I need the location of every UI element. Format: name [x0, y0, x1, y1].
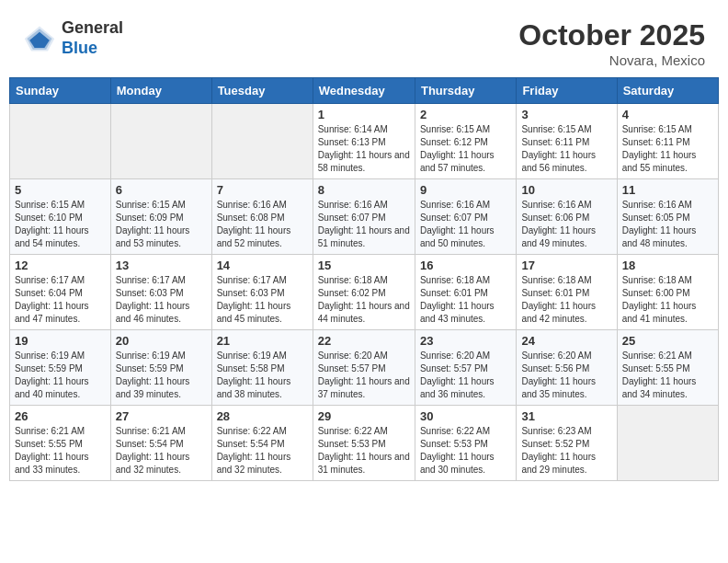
day-number: 11 — [622, 183, 713, 197]
day-number: 27 — [116, 409, 207, 423]
calendar-cell: 6Sunrise: 6:15 AM Sunset: 6:09 PM Daylig… — [110, 179, 211, 255]
day-number: 30 — [420, 409, 511, 423]
logo-blue: Blue — [62, 39, 123, 59]
calendar-cell: 5Sunrise: 6:15 AM Sunset: 6:10 PM Daylig… — [10, 179, 111, 255]
calendar-cell: 23Sunrise: 6:20 AM Sunset: 5:57 PM Dayli… — [415, 330, 516, 406]
day-number: 6 — [116, 183, 207, 197]
logo: General Blue — [23, 18, 123, 58]
day-info: Sunrise: 6:20 AM Sunset: 5:56 PM Dayligh… — [521, 350, 611, 401]
day-number: 12 — [15, 259, 106, 272]
day-number: 16 — [420, 259, 511, 272]
day-info: Sunrise: 6:21 AM Sunset: 5:54 PM Dayligh… — [116, 425, 207, 477]
calendar-cell: 16Sunrise: 6:18 AM Sunset: 6:01 PM Dayli… — [415, 255, 516, 330]
calendar-cell: 18Sunrise: 6:18 AM Sunset: 6:00 PM Dayli… — [617, 255, 718, 330]
day-info: Sunrise: 6:20 AM Sunset: 5:57 PM Dayligh… — [420, 350, 511, 401]
weekday-header: Tuesday — [211, 78, 313, 104]
day-info: Sunrise: 6:20 AM Sunset: 5:57 PM Dayligh… — [318, 350, 410, 401]
logo-general: General — [62, 18, 123, 39]
day-info: Sunrise: 6:19 AM Sunset: 5:58 PM Dayligh… — [217, 350, 308, 401]
day-number: 8 — [318, 183, 410, 197]
day-info: Sunrise: 6:16 AM Sunset: 6:07 PM Dayligh… — [420, 199, 511, 250]
day-info: Sunrise: 6:21 AM Sunset: 5:55 PM Dayligh… — [622, 350, 713, 401]
month-title: October 2025 — [518, 18, 705, 52]
calendar-cell: 29Sunrise: 6:22 AM Sunset: 5:53 PM Dayli… — [313, 406, 415, 481]
calendar-cell: 14Sunrise: 6:17 AM Sunset: 6:03 PM Dayli… — [211, 255, 313, 330]
logo-icon — [23, 22, 56, 55]
calendar-cell: 25Sunrise: 6:21 AM Sunset: 5:55 PM Dayli… — [617, 330, 718, 406]
day-info: Sunrise: 6:14 AM Sunset: 6:13 PM Dayligh… — [318, 123, 410, 175]
day-number: 23 — [420, 334, 511, 348]
day-info: Sunrise: 6:19 AM Sunset: 5:59 PM Dayligh… — [116, 350, 207, 401]
day-info: Sunrise: 6:16 AM Sunset: 6:05 PM Dayligh… — [622, 199, 713, 250]
calendar-table: SundayMondayTuesdayWednesdayThursdayFrid… — [9, 77, 719, 481]
calendar-cell — [617, 406, 718, 481]
day-number: 29 — [318, 409, 410, 423]
calendar-cell: 3Sunrise: 6:15 AM Sunset: 6:11 PM Daylig… — [517, 104, 617, 179]
calendar-cell: 20Sunrise: 6:19 AM Sunset: 5:59 PM Dayli… — [110, 330, 211, 406]
calendar-cell — [110, 104, 211, 179]
day-number: 2 — [420, 108, 511, 121]
day-info: Sunrise: 6:18 AM Sunset: 6:01 PM Dayligh… — [521, 274, 611, 326]
calendar-cell: 21Sunrise: 6:19 AM Sunset: 5:58 PM Dayli… — [211, 330, 313, 406]
day-number: 25 — [622, 334, 713, 348]
day-info: Sunrise: 6:15 AM Sunset: 6:11 PM Dayligh… — [622, 123, 713, 175]
page-header: General Blue October 2025 Novara, Mexico — [9, 9, 719, 73]
day-info: Sunrise: 6:17 AM Sunset: 6:03 PM Dayligh… — [116, 274, 207, 326]
calendar-cell: 9Sunrise: 6:16 AM Sunset: 6:07 PM Daylig… — [415, 179, 516, 255]
day-info: Sunrise: 6:16 AM Sunset: 6:06 PM Dayligh… — [521, 199, 611, 250]
day-number: 31 — [521, 409, 611, 423]
calendar-cell: 22Sunrise: 6:20 AM Sunset: 5:57 PM Dayli… — [313, 330, 415, 406]
day-number: 9 — [420, 183, 511, 197]
day-number: 3 — [521, 108, 611, 121]
day-info: Sunrise: 6:17 AM Sunset: 6:03 PM Dayligh… — [217, 274, 308, 326]
day-info: Sunrise: 6:17 AM Sunset: 6:04 PM Dayligh… — [15, 274, 106, 326]
location: Novara, Mexico — [518, 52, 705, 68]
day-number: 26 — [15, 409, 106, 423]
day-number: 20 — [116, 334, 207, 348]
calendar-cell — [211, 104, 313, 179]
calendar-cell: 4Sunrise: 6:15 AM Sunset: 6:11 PM Daylig… — [617, 104, 718, 179]
calendar-cell: 24Sunrise: 6:20 AM Sunset: 5:56 PM Dayli… — [517, 330, 617, 406]
day-number: 5 — [15, 183, 106, 197]
calendar-cell: 15Sunrise: 6:18 AM Sunset: 6:02 PM Dayli… — [313, 255, 415, 330]
day-info: Sunrise: 6:22 AM Sunset: 5:53 PM Dayligh… — [318, 425, 410, 477]
calendar-cell: 7Sunrise: 6:16 AM Sunset: 6:08 PM Daylig… — [211, 179, 313, 255]
day-info: Sunrise: 6:16 AM Sunset: 6:08 PM Dayligh… — [217, 199, 308, 250]
day-info: Sunrise: 6:16 AM Sunset: 6:07 PM Dayligh… — [318, 199, 410, 250]
day-number: 19 — [15, 334, 106, 348]
calendar-cell: 30Sunrise: 6:22 AM Sunset: 5:53 PM Dayli… — [415, 406, 516, 481]
day-number: 24 — [521, 334, 611, 348]
calendar-week-row: 19Sunrise: 6:19 AM Sunset: 5:59 PM Dayli… — [10, 330, 719, 406]
day-number: 21 — [217, 334, 308, 348]
calendar-cell: 26Sunrise: 6:21 AM Sunset: 5:55 PM Dayli… — [10, 406, 111, 481]
day-number: 15 — [318, 259, 410, 272]
day-info: Sunrise: 6:15 AM Sunset: 6:12 PM Dayligh… — [420, 123, 511, 175]
calendar-cell: 27Sunrise: 6:21 AM Sunset: 5:54 PM Dayli… — [110, 406, 211, 481]
day-number: 28 — [217, 409, 308, 423]
calendar-cell: 8Sunrise: 6:16 AM Sunset: 6:07 PM Daylig… — [313, 179, 415, 255]
day-info: Sunrise: 6:18 AM Sunset: 6:01 PM Dayligh… — [420, 274, 511, 326]
weekday-header: Wednesday — [313, 78, 415, 104]
day-info: Sunrise: 6:15 AM Sunset: 6:10 PM Dayligh… — [15, 199, 106, 250]
day-info: Sunrise: 6:22 AM Sunset: 5:53 PM Dayligh… — [420, 425, 511, 477]
calendar-cell: 17Sunrise: 6:18 AM Sunset: 6:01 PM Dayli… — [517, 255, 617, 330]
calendar-cell: 12Sunrise: 6:17 AM Sunset: 6:04 PM Dayli… — [10, 255, 111, 330]
day-number: 7 — [217, 183, 308, 197]
calendar-cell: 19Sunrise: 6:19 AM Sunset: 5:59 PM Dayli… — [10, 330, 111, 406]
day-info: Sunrise: 6:23 AM Sunset: 5:52 PM Dayligh… — [521, 425, 611, 477]
calendar-cell: 13Sunrise: 6:17 AM Sunset: 6:03 PM Dayli… — [110, 255, 211, 330]
weekday-header: Saturday — [617, 78, 718, 104]
calendar-cell: 1Sunrise: 6:14 AM Sunset: 6:13 PM Daylig… — [313, 104, 415, 179]
weekday-header-row: SundayMondayTuesdayWednesdayThursdayFrid… — [10, 78, 719, 104]
calendar-week-row: 26Sunrise: 6:21 AM Sunset: 5:55 PM Dayli… — [10, 406, 719, 481]
day-number: 22 — [318, 334, 410, 348]
logo-text: General Blue — [62, 18, 123, 58]
day-number: 14 — [217, 259, 308, 272]
day-info: Sunrise: 6:21 AM Sunset: 5:55 PM Dayligh… — [15, 425, 106, 477]
calendar-week-row: 12Sunrise: 6:17 AM Sunset: 6:04 PM Dayli… — [10, 255, 719, 330]
day-info: Sunrise: 6:15 AM Sunset: 6:11 PM Dayligh… — [521, 123, 611, 175]
day-info: Sunrise: 6:22 AM Sunset: 5:54 PM Dayligh… — [217, 425, 308, 477]
day-number: 17 — [521, 259, 611, 272]
day-number: 18 — [622, 259, 713, 272]
day-number: 4 — [622, 108, 713, 121]
